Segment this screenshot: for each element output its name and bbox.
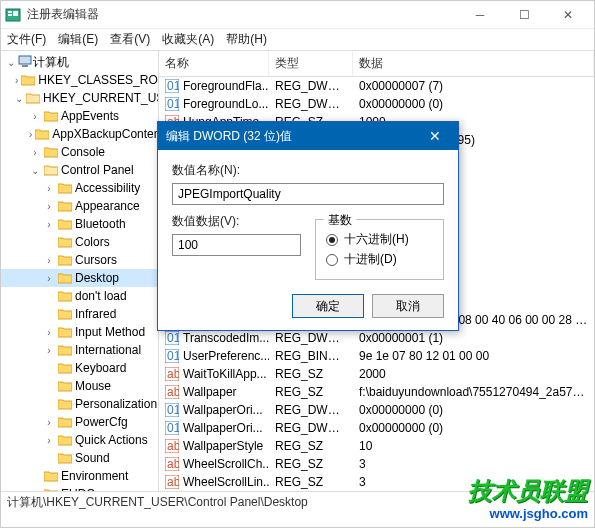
table-row[interactable]: 011UserPreferenc...REG_BINARY9e 1e 07 80… [159, 347, 594, 365]
status-path: 计算机\HKEY_CURRENT_USER\Control Panel\Desk… [7, 494, 308, 511]
value-icon: ab [165, 439, 179, 453]
value-icon: 011 [165, 79, 179, 93]
folder-icon [21, 74, 35, 86]
tree-item[interactable]: Personalization [1, 395, 158, 413]
edit-dword-dialog: 编辑 DWORD (32 位)值 ✕ 数值名称(N): 数值数据(V): 基数 … [157, 121, 459, 331]
menu-view[interactable]: 查看(V) [110, 31, 150, 48]
tree-item[interactable]: ⌄Control Panel [1, 161, 158, 179]
svg-rect-1 [8, 11, 12, 13]
base-fieldset: 基数 十六进制(H) 十进制(D) [315, 219, 444, 280]
tree-item[interactable]: Colors [1, 233, 158, 251]
dialog-titlebar[interactable]: 编辑 DWORD (32 位)值 ✕ [158, 122, 458, 150]
tree-item[interactable]: ›PowerCfg [1, 413, 158, 431]
value-icon: ab [165, 385, 179, 399]
tree-item[interactable]: Mouse [1, 377, 158, 395]
table-row[interactable]: abWallpaperREG_SZf:\baiduyundownload\755… [159, 383, 594, 401]
title-bar: 注册表编辑器 ─ ☐ ✕ [1, 1, 594, 29]
window-title: 注册表编辑器 [27, 6, 458, 23]
table-row[interactable]: 011WallpaperOri...REG_DWORD0x00000000 (0… [159, 401, 594, 419]
tree-item[interactable]: Environment [1, 467, 158, 485]
radio-dec[interactable]: 十进制(D) [326, 251, 433, 268]
col-type[interactable]: 类型 [269, 51, 353, 76]
svg-rect-4 [19, 56, 31, 64]
svg-text:011: 011 [167, 79, 179, 93]
table-row[interactable]: abWheelScrollCh...REG_SZ3 [159, 455, 594, 473]
status-bar: 计算机\HKEY_CURRENT_USER\Control Panel\Desk… [1, 491, 594, 513]
svg-text:ab: ab [167, 367, 179, 381]
value-icon: 011 [165, 331, 179, 345]
dialog-close-button[interactable]: ✕ [420, 128, 450, 144]
table-row[interactable]: abWaitToKillApp...REG_SZ2000 [159, 365, 594, 383]
tree-item[interactable]: Keyboard [1, 359, 158, 377]
computer-icon [17, 53, 33, 72]
value-name-label: 数值名称(N): [172, 162, 444, 179]
value-icon: 011 [165, 349, 179, 363]
maximize-button[interactable]: ☐ [502, 1, 546, 29]
minimize-button[interactable]: ─ [458, 1, 502, 29]
tree-hkcr[interactable]: ›HKEY_CLASSES_ROOT [1, 71, 158, 89]
col-data[interactable]: 数据 [353, 51, 594, 76]
table-row[interactable]: abWheelScrollLin...REG_SZ3 [159, 473, 594, 491]
tree-item[interactable]: ›Console [1, 143, 158, 161]
base-legend: 基数 [324, 212, 356, 229]
table-row[interactable]: 011TranscodedIm...REG_DWORD0x00000001 (1… [159, 329, 594, 347]
tree-item[interactable]: ›Quick Actions [1, 431, 158, 449]
app-icon [5, 7, 21, 23]
svg-text:ab: ab [167, 385, 179, 399]
tree-item[interactable]: ›Appearance [1, 197, 158, 215]
tree-item[interactable]: ›Accessibility [1, 179, 158, 197]
value-data-label: 数值数据(V): [172, 213, 301, 230]
tree-item[interactable]: ›International [1, 341, 158, 359]
tree-item[interactable]: ›EUDC [1, 485, 158, 491]
tree-panel[interactable]: ⌄计算机 ›HKEY_CLASSES_ROOT ⌄HKEY_CURRENT_US… [1, 51, 159, 491]
tree-desktop[interactable]: ›Desktop [1, 269, 158, 287]
radio-hex[interactable]: 十六进制(H) [326, 231, 433, 248]
radio-icon [326, 234, 338, 246]
svg-rect-5 [22, 65, 28, 67]
menu-help[interactable]: 帮助(H) [226, 31, 267, 48]
radio-icon [326, 254, 338, 266]
value-icon: ab [165, 457, 179, 471]
tree-item[interactable]: don't load [1, 287, 158, 305]
value-name-input[interactable] [172, 183, 444, 205]
svg-text:011: 011 [167, 349, 179, 363]
list-header: 名称 类型 数据 [159, 51, 594, 77]
dialog-title: 编辑 DWORD (32 位)值 [166, 128, 420, 145]
value-icon: 011 [165, 403, 179, 417]
menu-favorites[interactable]: 收藏夹(A) [162, 31, 214, 48]
col-name[interactable]: 名称 [159, 51, 269, 76]
folder-open-icon [26, 92, 40, 104]
tree-item[interactable]: Infrared [1, 305, 158, 323]
svg-text:011: 011 [167, 97, 179, 111]
svg-text:ab: ab [167, 439, 179, 453]
value-icon: ab [165, 367, 179, 381]
menu-edit[interactable]: 编辑(E) [58, 31, 98, 48]
table-row[interactable]: 011WallpaperOri...REG_DWORD0x00000000 (0… [159, 419, 594, 437]
cancel-button[interactable]: 取消 [372, 294, 444, 318]
value-data-input[interactable] [172, 234, 301, 256]
close-button[interactable]: ✕ [546, 1, 590, 29]
svg-text:011: 011 [167, 331, 179, 345]
tree-item[interactable]: ›Bluetooth [1, 215, 158, 233]
tree-item[interactable]: ›AppXBackupConten [1, 125, 158, 143]
menu-file[interactable]: 文件(F) [7, 31, 46, 48]
svg-rect-2 [8, 14, 12, 16]
table-row[interactable]: 011ForegroundFla...REG_DWORD0x00000007 (… [159, 77, 594, 95]
value-icon: ab [165, 475, 179, 489]
tree-item[interactable]: ›AppEvents [1, 107, 158, 125]
ok-button[interactable]: 确定 [292, 294, 364, 318]
tree-item[interactable]: ›Input Method [1, 323, 158, 341]
tree-item[interactable]: Sound [1, 449, 158, 467]
svg-text:ab: ab [167, 457, 179, 471]
svg-text:011: 011 [167, 421, 179, 435]
table-row[interactable]: abWallpaperStyleREG_SZ10 [159, 437, 594, 455]
tree-root[interactable]: ⌄计算机 [1, 53, 158, 71]
value-icon: 011 [165, 421, 179, 435]
menu-bar: 文件(F) 编辑(E) 查看(V) 收藏夹(A) 帮助(H) [1, 29, 594, 51]
svg-rect-3 [13, 11, 18, 16]
table-row[interactable]: 011ForegroundLo...REG_DWORD0x00000000 (0… [159, 95, 594, 113]
tree-hkcu[interactable]: ⌄HKEY_CURRENT_USER [1, 89, 158, 107]
svg-text:011: 011 [167, 403, 179, 417]
tree-item[interactable]: ›Cursors [1, 251, 158, 269]
value-icon: 011 [165, 97, 179, 111]
